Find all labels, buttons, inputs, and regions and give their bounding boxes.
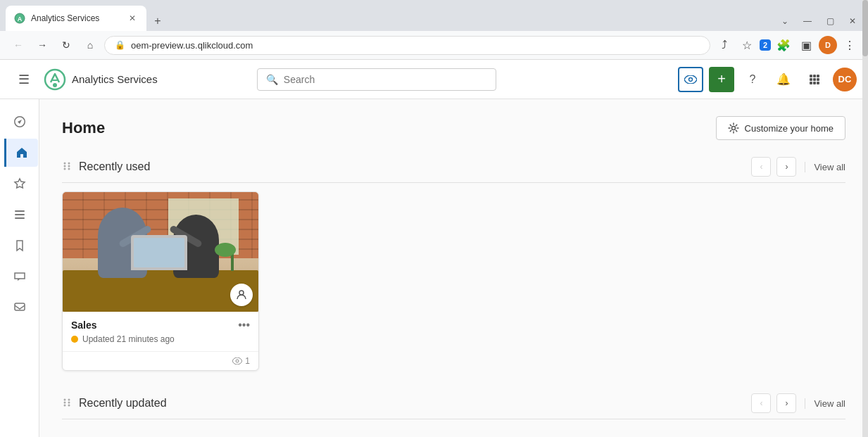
browser-profile[interactable]: D	[819, 36, 837, 54]
drag-handle-2-icon	[62, 398, 72, 410]
prev-arrow-2-btn[interactable]: ‹	[751, 393, 771, 413]
svg-rect-16	[15, 214, 25, 215]
next-arrow-btn[interactable]: ›	[776, 157, 796, 177]
scrollbar-track[interactable]	[862, 99, 868, 437]
card-updated-text: Updated 21 minutes ago	[82, 334, 175, 344]
recently-used-header: Recently used ‹ › View all	[62, 157, 845, 183]
card-views-count: 1	[245, 356, 250, 366]
extension-badge[interactable]: 2	[760, 39, 771, 51]
sidebar	[0, 99, 39, 437]
svg-rect-17	[15, 217, 25, 219]
logo-area: Analytics Services	[42, 67, 158, 92]
svg-point-3	[53, 83, 57, 87]
svg-point-31	[68, 401, 70, 403]
sales-card[interactable]: Sales ••• Updated 21 minutes ago	[62, 191, 259, 371]
views-eye-icon	[232, 357, 242, 365]
recently-used-title: Recently used	[79, 160, 150, 173]
url-text: oem-preview.us.qlikcloud.com	[131, 40, 253, 51]
extension-puzzle-icon[interactable]: 🧩	[774, 35, 793, 55]
search-input[interactable]	[284, 74, 487, 85]
hamburger-menu-btn[interactable]: ☰	[11, 67, 37, 92]
gear-icon	[728, 122, 739, 134]
sidebar-item-catalog[interactable]	[6, 201, 34, 229]
svg-point-32	[64, 404, 66, 406]
sidebar-item-messages[interactable]	[6, 293, 34, 322]
recently-updated-section: Recently updated ‹ › View all	[62, 393, 845, 419]
insights-btn[interactable]	[678, 67, 703, 92]
all-apps-btn[interactable]	[802, 67, 827, 92]
create-new-btn[interactable]: +	[709, 67, 734, 92]
active-tab[interactable]: A Analytics Services ✕	[6, 6, 146, 31]
svg-text:A: A	[18, 15, 23, 23]
sidebar-item-bookmarks[interactable]	[6, 232, 34, 260]
tab-search-btn[interactable]: ⌄	[775, 11, 795, 31]
share-icon[interactable]: ⤴	[715, 35, 734, 55]
section-controls: ‹ › View all	[751, 157, 845, 177]
app-body: Home Customize your home	[0, 99, 868, 437]
bookmark-star-icon[interactable]: ☆	[737, 35, 757, 55]
svg-point-29	[68, 398, 70, 400]
browser-menu-icon[interactable]: ⋮	[840, 35, 860, 55]
back-btn[interactable]: ←	[8, 35, 28, 55]
user-avatar[interactable]: DC	[833, 68, 857, 91]
card-person-icon	[230, 284, 253, 306]
svg-point-22	[64, 165, 66, 167]
svg-point-19	[731, 127, 735, 130]
next-arrow-2-btn[interactable]: ›	[776, 393, 796, 413]
page-title-text: Home	[62, 119, 105, 137]
recently-used-cards: Sales ••• Updated 21 minutes ago	[62, 191, 845, 371]
customize-btn-label: Customize your home	[745, 123, 834, 134]
svg-rect-9	[810, 78, 812, 81]
card-footer: 1	[63, 351, 258, 370]
app-name-label: Analytics Services	[72, 73, 158, 85]
new-tab-btn[interactable]: +	[148, 11, 168, 31]
customize-home-btn[interactable]: Customize your home	[716, 116, 845, 140]
window-close-btn[interactable]: ✕	[843, 11, 862, 31]
sidebar-item-discussions[interactable]	[6, 262, 34, 291]
help-btn[interactable]: ?	[740, 67, 765, 92]
view-all-2-link[interactable]: View all	[805, 398, 845, 409]
app-header: ☰ Analytics Services 🔍	[0, 60, 868, 99]
window-minimize-btn[interactable]: —	[798, 11, 817, 31]
status-indicator	[71, 336, 78, 343]
tab-close-btn[interactable]: ✕	[127, 13, 138, 24]
svg-rect-15	[15, 210, 25, 212]
window-controls: ⌄ — ▢ ✕	[775, 11, 862, 31]
acme-logo	[42, 67, 68, 92]
section-title-area: Recently used	[62, 160, 150, 173]
sidebar-item-home[interactable]	[4, 139, 38, 167]
card-thumbnail	[63, 192, 258, 312]
forward-btn[interactable]: →	[32, 35, 52, 55]
svg-rect-13	[813, 82, 816, 84]
svg-rect-14	[817, 82, 819, 84]
search-icon: 🔍	[266, 74, 278, 85]
tab-title: Analytics Services	[31, 13, 121, 23]
browser-chrome: A Analytics Services ✕ + ⌄ — ▢ ✕ ← → ↻ ⌂…	[0, 0, 868, 437]
svg-rect-12	[810, 82, 812, 84]
card-menu-btn[interactable]: •••	[238, 319, 250, 331]
sidebar-item-favorites[interactable]	[6, 170, 34, 198]
laptop-img	[131, 235, 187, 270]
recently-used-section: Recently used ‹ › View all	[62, 157, 845, 371]
recently-updated-title: Recently updated	[79, 397, 167, 410]
svg-point-27	[236, 360, 239, 362]
window-maximize-btn[interactable]: ▢	[820, 11, 840, 31]
svg-rect-8	[817, 75, 819, 77]
address-bar[interactable]: 🔒 oem-preview.us.qlikcloud.com	[104, 36, 710, 55]
prev-arrow-btn[interactable]: ‹	[751, 157, 771, 177]
notifications-btn[interactable]: 🔔	[771, 67, 796, 92]
drag-handle-icon	[62, 161, 72, 173]
svg-rect-11	[817, 78, 819, 81]
card-title: Sales	[71, 319, 97, 331]
sidebar-toggle-icon[interactable]: ▣	[796, 35, 816, 55]
svg-point-21	[68, 162, 70, 164]
view-all-link[interactable]: View all	[805, 162, 845, 172]
search-bar[interactable]: 🔍	[257, 68, 496, 91]
home-nav-btn[interactable]: ⌂	[80, 35, 100, 55]
recently-updated-header: Recently updated ‹ › View all	[62, 393, 845, 419]
reload-btn[interactable]: ↻	[56, 35, 76, 55]
main-content: Home Customize your home	[39, 99, 868, 437]
svg-rect-6	[810, 75, 812, 77]
svg-point-23	[68, 165, 70, 167]
sidebar-item-explore[interactable]	[6, 108, 34, 136]
